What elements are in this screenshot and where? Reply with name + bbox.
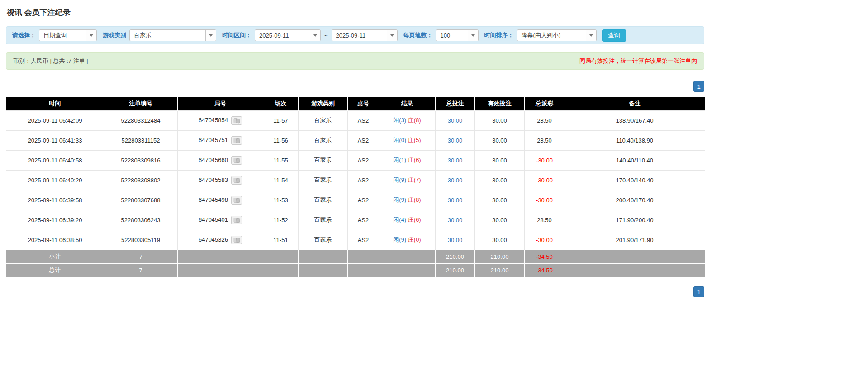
round-cards-icon[interactable] xyxy=(231,176,242,185)
cell-valid-bet: 30.00 xyxy=(475,170,525,190)
result-player: 闲(0) xyxy=(393,137,406,143)
round-cards-icon[interactable] xyxy=(231,156,242,165)
page-number-button[interactable]: 1 xyxy=(693,81,704,92)
cell-valid-bet: 30.00 xyxy=(475,190,525,210)
table-row: 2025-09-11 06:40:58522803309816647045660… xyxy=(6,150,705,170)
cell-table-no: AS2 xyxy=(348,230,379,250)
cell-table-no: AS2 xyxy=(348,190,379,210)
total-bet-link[interactable]: 30.00 xyxy=(448,217,463,224)
cell-time: 2025-09-11 06:39:58 xyxy=(6,190,104,210)
result-player: 闲(4) xyxy=(393,216,406,223)
cell-remark: 110.40/138.90 xyxy=(564,130,705,150)
date-to-value: 2025-09-11 xyxy=(332,30,387,41)
cell-total-bet: 30.00 xyxy=(436,210,475,230)
round-cards-icon[interactable] xyxy=(231,236,242,244)
cell-remark: 201.90/171.90 xyxy=(564,230,705,250)
cell-game-type: 百家乐 xyxy=(299,130,348,150)
subtotal-count: 7 xyxy=(104,250,178,263)
result-player: 闲(1) xyxy=(393,157,406,163)
cell-total-bet: 30.00 xyxy=(436,190,475,210)
cell-session: 11-54 xyxy=(263,170,299,190)
chevron-down-icon[interactable] xyxy=(205,30,216,41)
empty-cell xyxy=(263,250,299,263)
cell-table-no: AS2 xyxy=(348,150,379,170)
time-sort-select[interactable]: 降幕(由大到小) xyxy=(517,29,597,41)
cell-payout: 28.50 xyxy=(525,130,564,150)
round-id-text: 647045660 xyxy=(199,156,228,163)
empty-cell xyxy=(299,263,348,277)
total-bet-link[interactable]: 30.00 xyxy=(448,237,463,243)
cell-time: 2025-09-11 06:42:09 xyxy=(6,110,104,130)
chevron-down-icon[interactable] xyxy=(586,30,596,41)
result-banker: 庄(5) xyxy=(408,137,421,143)
cell-round-id: 647045660 xyxy=(178,150,263,170)
cell-bet-id: 522803306243 xyxy=(104,210,178,230)
date-range-separator: ~ xyxy=(324,32,328,39)
table-row: 2025-09-11 06:39:20522803306243647045401… xyxy=(6,210,705,230)
cell-table-no: AS2 xyxy=(348,130,379,150)
cell-session: 11-53 xyxy=(263,190,299,210)
cell-game-type: 百家乐 xyxy=(299,170,348,190)
total-valid-bet: 210.00 xyxy=(475,263,525,277)
empty-cell xyxy=(564,263,705,277)
query-type-select[interactable]: 日期查询 xyxy=(39,29,97,41)
chevron-down-icon[interactable] xyxy=(387,30,397,41)
table-header: 时间 注单编号 局号 场次 游戏类别 桌号 结果 总投注 有效投注 总派彩 备注 xyxy=(6,97,705,110)
cell-bet-id: 522803308802 xyxy=(104,170,178,190)
result-banker: 庄(6) xyxy=(408,216,421,223)
chevron-down-icon[interactable] xyxy=(310,30,320,41)
cell-time: 2025-09-11 06:39:20 xyxy=(6,210,104,230)
total-bet-link[interactable]: 30.00 xyxy=(448,157,463,164)
table-body: 2025-09-11 06:42:09522803312484647045854… xyxy=(6,110,705,250)
cell-remark: 171.90/200.40 xyxy=(564,210,705,230)
payout-value: -30.00 xyxy=(536,157,553,164)
cell-valid-bet: 30.00 xyxy=(475,210,525,230)
total-bet-link[interactable]: 30.00 xyxy=(448,177,463,184)
summary-bar: 币别：人民币 | 总共 :7 注单 | 同局有效投注，统一计算在该局第一张注单内 xyxy=(6,52,704,70)
total-bet-link[interactable]: 30.00 xyxy=(448,117,463,124)
table-footer: 小计 7 210.00 210.00 -34.50 总计 7 xyxy=(6,250,705,277)
chevron-down-icon[interactable] xyxy=(86,30,96,41)
result-player: 闲(9) xyxy=(393,236,406,243)
header-table-no: 桌号 xyxy=(348,97,379,110)
cell-table-no: AS2 xyxy=(348,170,379,190)
cell-round-id: 647045751 xyxy=(178,130,263,150)
chevron-down-icon[interactable] xyxy=(468,30,478,41)
page-size-select[interactable]: 100 xyxy=(436,29,479,41)
cell-time: 2025-09-11 06:40:58 xyxy=(6,150,104,170)
total-total-bet: 210.00 xyxy=(436,263,475,277)
round-id-text: 647045751 xyxy=(199,136,228,143)
total-label: 总计 xyxy=(6,263,104,277)
round-cards-icon[interactable] xyxy=(231,116,242,125)
cell-remark: 140.40/110.40 xyxy=(564,150,705,170)
cell-session: 11-56 xyxy=(263,130,299,150)
cell-result: 闲(1) 庄(6) xyxy=(379,150,436,170)
cell-session: 11-51 xyxy=(263,230,299,250)
content-container: 视讯 会员下注纪录 请选择： 日期查询 游戏类别 百家乐 时间区间： 2025-… xyxy=(6,7,704,297)
date-to-select[interactable]: 2025-09-11 xyxy=(332,29,398,41)
page-number-button[interactable]: 1 xyxy=(693,286,704,297)
cell-valid-bet: 30.00 xyxy=(475,110,525,130)
round-cards-icon[interactable] xyxy=(231,196,242,205)
cell-table-no: AS2 xyxy=(348,210,379,230)
round-id-text: 647045326 xyxy=(199,236,228,243)
total-bet-link[interactable]: 30.00 xyxy=(448,137,463,144)
cell-result: 闲(9) 庄(0) xyxy=(379,230,436,250)
subtotal-valid-bet: 210.00 xyxy=(475,250,525,263)
payout-value: -30.00 xyxy=(536,237,553,243)
cell-bet-id: 522803305119 xyxy=(104,230,178,250)
round-cards-icon[interactable] xyxy=(231,136,242,145)
cell-payout: -30.00 xyxy=(525,190,564,210)
search-button[interactable]: 查询 xyxy=(602,29,626,42)
cell-time: 2025-09-11 06:38:50 xyxy=(6,230,104,250)
header-game-type: 游戏类别 xyxy=(299,97,348,110)
date-from-select[interactable]: 2025-09-11 xyxy=(255,29,321,41)
cell-game-type: 百家乐 xyxy=(299,110,348,130)
cell-valid-bet: 30.00 xyxy=(475,230,525,250)
time-sort-label: 时间排序： xyxy=(484,31,514,39)
game-type-select[interactable]: 百家乐 xyxy=(129,29,216,41)
subtotal-total-bet: 210.00 xyxy=(436,250,475,263)
round-cards-icon[interactable] xyxy=(231,216,242,224)
total-bet-link[interactable]: 30.00 xyxy=(448,197,463,204)
empty-cell xyxy=(178,250,263,263)
